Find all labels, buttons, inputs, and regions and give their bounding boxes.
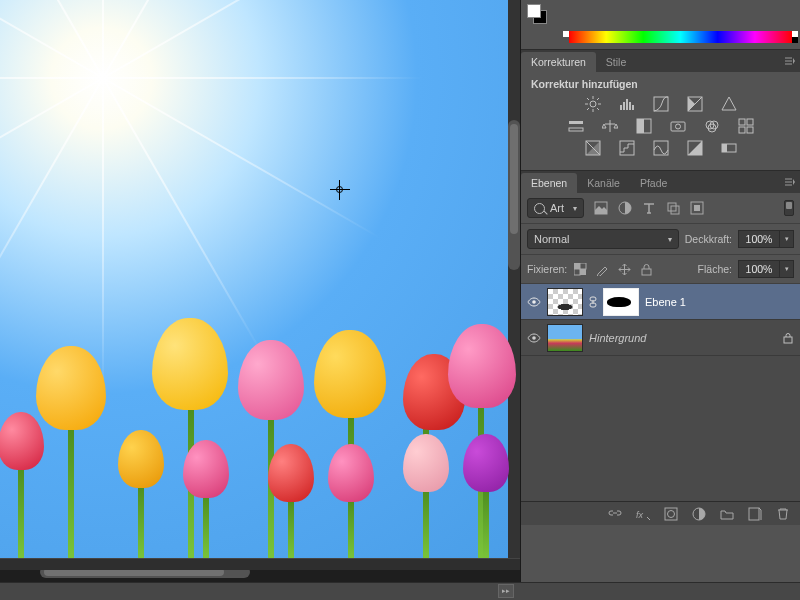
filter-kind-value: Art xyxy=(550,202,564,214)
layer-thumbnail[interactable] xyxy=(547,324,583,352)
visibility-eye-icon[interactable] xyxy=(527,331,541,345)
levels-icon[interactable] xyxy=(618,96,636,112)
svg-rect-40 xyxy=(574,263,580,269)
curves-icon[interactable] xyxy=(652,96,670,112)
svg-point-49 xyxy=(532,336,536,340)
svg-rect-10 xyxy=(623,102,625,110)
svg-rect-24 xyxy=(739,119,745,125)
lock-all-icon[interactable] xyxy=(639,262,653,276)
svg-rect-33 xyxy=(722,144,727,152)
svg-rect-42 xyxy=(580,263,586,269)
invert-icon[interactable] xyxy=(584,140,602,156)
svg-point-20 xyxy=(675,124,680,129)
filter-type-icon[interactable] xyxy=(642,201,656,215)
color-lookup-icon[interactable] xyxy=(737,118,755,134)
fill-dropdown-icon[interactable]: ▾ xyxy=(780,260,794,278)
svg-line-5 xyxy=(587,98,589,100)
channel-mixer-icon[interactable] xyxy=(703,118,721,134)
lock-label: Fixieren: xyxy=(527,263,567,275)
visibility-eye-icon[interactable] xyxy=(527,295,541,309)
black-white-icon[interactable] xyxy=(635,118,653,134)
selective-color-icon[interactable] xyxy=(720,140,738,156)
link-layers-icon[interactable] xyxy=(608,507,622,521)
color-spectrum-strip[interactable] xyxy=(569,31,792,43)
chevron-down-icon: ▾ xyxy=(573,204,577,213)
delete-layer-icon[interactable] xyxy=(776,507,790,521)
svg-rect-16 xyxy=(569,121,583,124)
layer-filter-kind-select[interactable]: Art ▾ xyxy=(527,198,584,218)
adjustments-panel: Korrekturen Stile Korrektur hinzufügen xyxy=(521,50,800,171)
lock-transparency-icon[interactable] xyxy=(573,262,587,276)
svg-rect-12 xyxy=(629,102,631,110)
svg-rect-43 xyxy=(574,269,580,275)
canvas-area[interactable] xyxy=(0,0,520,570)
add-mask-icon[interactable] xyxy=(664,507,678,521)
blend-mode-select[interactable]: Normal ▾ xyxy=(527,229,679,249)
svg-rect-14 xyxy=(654,97,668,111)
exposure-icon[interactable] xyxy=(686,96,704,112)
layer-mask-thumbnail[interactable] xyxy=(603,288,639,316)
color-balance-icon[interactable] xyxy=(601,118,619,134)
svg-text:fx: fx xyxy=(636,510,644,520)
foreground-color-swatch[interactable] xyxy=(527,4,541,18)
posterize-icon[interactable] xyxy=(618,140,636,156)
layer-list: Ebene 1 Hintergrund xyxy=(521,284,800,501)
fill-field[interactable]: 100% xyxy=(738,260,780,278)
layer-row[interactable]: Hintergrund xyxy=(521,320,800,356)
document-canvas[interactable] xyxy=(0,0,508,560)
mask-link-icon[interactable] xyxy=(589,296,597,308)
photo-filter-icon[interactable] xyxy=(669,118,687,134)
svg-rect-52 xyxy=(665,508,677,520)
svg-rect-11 xyxy=(626,99,628,110)
layer-name-label[interactable]: Ebene 1 xyxy=(645,296,686,308)
opacity-field[interactable]: 100% xyxy=(738,230,780,248)
tab-korrekturen[interactable]: Korrekturen xyxy=(521,52,596,72)
svg-rect-37 xyxy=(671,206,679,214)
lock-position-icon[interactable] xyxy=(617,262,631,276)
filter-adjust-icon[interactable] xyxy=(618,201,632,215)
locked-icon xyxy=(782,332,794,344)
right-panel-stack: Korrekturen Stile Korrektur hinzufügen xyxy=(520,0,800,600)
tab-kanaele[interactable]: Kanäle xyxy=(577,173,630,193)
svg-line-6 xyxy=(597,108,599,110)
panel-menu-icon[interactable] xyxy=(780,171,800,193)
new-layer-icon[interactable] xyxy=(748,507,762,521)
svg-rect-19 xyxy=(671,122,685,131)
vertical-scrollbar[interactable] xyxy=(508,120,520,270)
layer-row[interactable]: Ebene 1 xyxy=(521,284,800,320)
layers-panel-footer: fx xyxy=(521,501,800,525)
new-adjustment-icon[interactable] xyxy=(692,507,706,521)
svg-rect-39 xyxy=(694,205,700,211)
filter-pixel-icon[interactable] xyxy=(594,201,608,215)
tab-ebenen[interactable]: Ebenen xyxy=(521,173,577,193)
svg-point-0 xyxy=(590,101,596,107)
svg-rect-9 xyxy=(620,105,622,110)
filter-shape-icon[interactable] xyxy=(666,201,680,215)
lock-pixels-icon[interactable] xyxy=(595,262,609,276)
hue-saturation-icon[interactable] xyxy=(567,118,585,134)
new-group-icon[interactable] xyxy=(720,507,734,521)
expand-panel-button[interactable]: ▸▸ xyxy=(498,584,514,598)
brightness-contrast-icon[interactable] xyxy=(584,96,602,112)
threshold-icon[interactable] xyxy=(652,140,670,156)
filter-smart-icon[interactable] xyxy=(690,201,704,215)
svg-rect-17 xyxy=(569,128,583,131)
svg-point-53 xyxy=(668,510,675,517)
gradient-map-icon[interactable] xyxy=(686,140,704,156)
filter-toggle[interactable] xyxy=(784,200,794,216)
svg-line-8 xyxy=(587,108,589,110)
svg-point-45 xyxy=(532,300,536,304)
fx-icon[interactable]: fx xyxy=(636,507,650,521)
panel-menu-icon[interactable] xyxy=(780,50,800,72)
vibrance-icon[interactable] xyxy=(720,96,738,112)
svg-line-7 xyxy=(597,98,599,100)
layer-name-label[interactable]: Hintergrund xyxy=(589,332,646,344)
foreground-background-swatch[interactable] xyxy=(527,4,547,24)
layer-thumbnail[interactable] xyxy=(547,288,583,316)
cursor-crosshair-icon xyxy=(330,180,350,200)
opacity-dropdown-icon[interactable]: ▾ xyxy=(780,230,794,248)
search-icon xyxy=(534,203,545,214)
tab-pfade[interactable]: Pfade xyxy=(630,173,677,193)
tab-stile[interactable]: Stile xyxy=(596,52,636,72)
svg-rect-50 xyxy=(784,337,792,343)
